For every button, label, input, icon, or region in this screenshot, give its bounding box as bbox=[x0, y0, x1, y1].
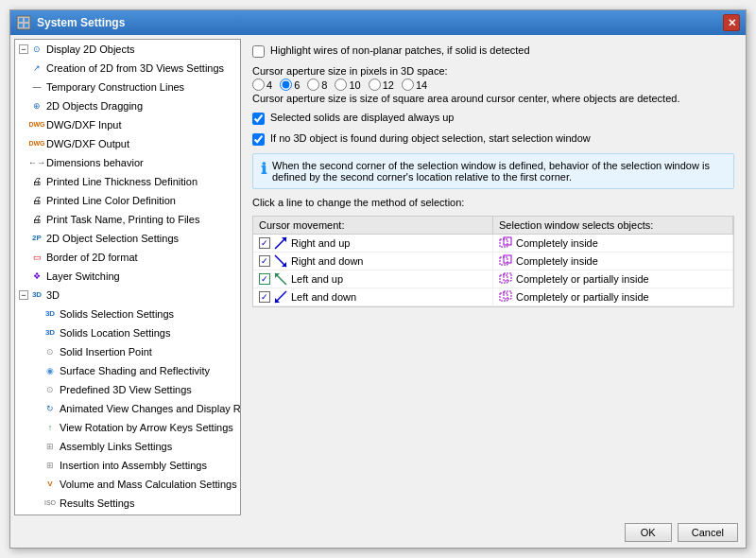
cancel-button[interactable]: Cancel bbox=[678, 523, 738, 542]
tree-label: 2D Object Selection Settings bbox=[46, 231, 179, 246]
table-row[interactable]: Right and up Completely inside bbox=[253, 235, 733, 253]
tree-item-view-rotation[interactable]: ↑ View Rotation by Arrow Keys Settings bbox=[15, 418, 240, 437]
tree-item-solids-selection[interactable]: 3D Solids Selection Settings bbox=[15, 305, 240, 323]
tree-item-insertion-assembly[interactable]: ⊞ Insertion into Assembly Settings bbox=[15, 456, 240, 475]
tree-item-border[interactable]: ▭ Border of 2D format bbox=[15, 248, 240, 267]
border-icon: ▭ bbox=[30, 251, 43, 264]
tree-item-assembly-links[interactable]: ⊞ Assembly Links Settings bbox=[15, 437, 240, 456]
table-row[interactable]: Right and down Completely inside bbox=[253, 253, 733, 270]
tree-label: Dimensions behavior bbox=[46, 155, 144, 170]
tree-item-2d-selection[interactable]: 2P 2D Object Selection Settings bbox=[15, 229, 240, 248]
radio-4[interactable] bbox=[252, 78, 265, 91]
tree-item-print-task[interactable]: 🖨 Print Task Name, Printing to Files bbox=[15, 210, 240, 229]
radio-10[interactable] bbox=[335, 78, 347, 91]
row4-movement-checkbox bbox=[259, 291, 270, 303]
settings-tree[interactable]: − ⊙ Display 2D Objects ↗ Creation of 2D … bbox=[14, 39, 241, 515]
tree-item-layer[interactable]: ❖ Layer Switching bbox=[15, 267, 240, 286]
ok-button[interactable]: OK bbox=[625, 523, 672, 542]
tree-label: Solid Insertion Point bbox=[60, 344, 152, 359]
cursor-aperture-label: Cursor aperture size in pixels in 3D spa… bbox=[252, 65, 734, 77]
svg-rect-1 bbox=[19, 18, 23, 22]
tree-label: DWG/DXF Output bbox=[46, 136, 129, 151]
tree-label: Animated View Changes and Display Rotati… bbox=[60, 401, 241, 416]
selection-cell: Completely inside bbox=[493, 253, 733, 270]
tree-item-results[interactable]: ISO Results Settings bbox=[15, 494, 240, 513]
window-icon bbox=[16, 15, 31, 30]
radio-option-12: 12 bbox=[369, 78, 394, 91]
no-3d-checkbox[interactable] bbox=[252, 133, 265, 146]
tree-label: Volume and Mass Calculation Settings bbox=[60, 477, 237, 492]
tree-label: Solids Selection Settings bbox=[60, 306, 174, 322]
table-row[interactable]: Left and up Completely or partially insi… bbox=[253, 270, 733, 288]
solids-selection-icon: 3D bbox=[43, 307, 57, 321]
tree-item-3d[interactable]: − 3D 3D bbox=[15, 286, 240, 305]
tree-label: View Rotation by Arrow Keys Settings bbox=[60, 420, 233, 435]
tree-label: Results Settings bbox=[60, 496, 134, 511]
tree-item-line-thickness[interactable]: 🖨 Printed Line Thickness Definition bbox=[15, 172, 240, 191]
view-rotation-icon: ↑ bbox=[43, 421, 57, 434]
tree-item-line-color[interactable]: 🖨 Printed Line Color Definition bbox=[15, 191, 240, 210]
radio-12[interactable] bbox=[369, 78, 381, 91]
svg-rect-3 bbox=[19, 24, 23, 27]
tree-item-step-input[interactable]: STEP STEP Input bbox=[15, 513, 240, 515]
movement-label: Right and down bbox=[291, 255, 363, 267]
tree-item-creation2d[interactable]: ↗ Creation of 2D from 3D Views Settings bbox=[15, 59, 240, 78]
tree-item-surface-shading[interactable]: ◉ Surface Shading and Reflectivity bbox=[15, 361, 240, 380]
radio-option-14: 14 bbox=[402, 78, 427, 91]
radio-option-4: 4 bbox=[252, 78, 272, 91]
row3-movement-checkbox bbox=[259, 273, 270, 285]
close-button[interactable]: ✕ bbox=[723, 14, 740, 31]
info-icon: ℹ bbox=[261, 160, 266, 178]
3d-expand-icon[interactable]: − bbox=[19, 290, 28, 300]
radio-option-10: 10 bbox=[335, 78, 360, 91]
line-thickness-icon: 🖨 bbox=[30, 175, 43, 188]
selection-label: Completely or partially inside bbox=[516, 273, 649, 285]
no-3d-row: If no 3D object is found during object s… bbox=[252, 132, 734, 146]
tree-item-temp-construction[interactable]: — Temporary Construction Lines bbox=[15, 78, 240, 96]
arrow-up-left-icon bbox=[274, 272, 287, 286]
dwg-output-icon: DWG bbox=[30, 137, 43, 150]
creation2d-icon: ↗ bbox=[30, 61, 43, 75]
tree-label: Solids Location Settings bbox=[60, 325, 170, 340]
info-text: When the second corner of the selection … bbox=[272, 160, 726, 183]
solids-location-icon: 3D bbox=[43, 326, 57, 340]
tree-label: 2D Objects Dragging bbox=[46, 98, 143, 113]
tree-item-display2d[interactable]: − ⊙ Display 2D Objects bbox=[15, 40, 240, 59]
volume-mass-icon: V bbox=[43, 478, 57, 491]
no-3d-label: If no 3D object is found during object s… bbox=[270, 132, 591, 144]
results-icon: ISO bbox=[43, 497, 57, 510]
tree-item-dwg-output[interactable]: DWG DWG/DXF Output bbox=[15, 134, 240, 153]
radio-8[interactable] bbox=[307, 78, 319, 91]
radio-6[interactable] bbox=[280, 78, 292, 91]
insertion-assembly-icon: ⊞ bbox=[43, 459, 57, 472]
tree-item-volume-mass[interactable]: V Volume and Mass Calculation Settings bbox=[15, 475, 240, 494]
tree-item-2d-dragging[interactable]: ⊕ 2D Objects Dragging bbox=[15, 96, 240, 115]
tree-item-predefined-view[interactable]: ⊙ Predefined 3D View Settings bbox=[15, 380, 240, 399]
tree-item-animated-view[interactable]: ↻ Animated View Changes and Display Rota… bbox=[15, 399, 240, 418]
tree-item-solids-location[interactable]: 3D Solids Location Settings bbox=[15, 323, 240, 342]
cursor-aperture-radio-group: 4 6 8 10 12 bbox=[252, 78, 734, 91]
arrow-up-right-icon bbox=[274, 236, 287, 250]
movement-label: Left and up bbox=[291, 273, 343, 285]
tree-item-dimensions[interactable]: ←→ Dimensions behavior bbox=[15, 153, 240, 172]
movement-label: Left and down bbox=[291, 291, 356, 303]
3d-icon: 3D bbox=[30, 288, 43, 302]
tree-label: Border of 2D format bbox=[46, 250, 138, 265]
tree-label: Predefined 3D View Settings bbox=[60, 382, 192, 397]
predefined-view-icon: ⊙ bbox=[43, 383, 57, 396]
expand-icon[interactable]: − bbox=[19, 44, 28, 54]
system-settings-window: System Settings ✕ − ⊙ Display 2D Objects… bbox=[9, 9, 747, 549]
tree-label: STEP Input bbox=[60, 514, 112, 515]
line-color-icon: 🖨 bbox=[30, 194, 43, 207]
header-cursor-movement: Cursor movement: bbox=[253, 217, 493, 234]
svg-rect-4 bbox=[25, 24, 28, 27]
movement-cell: Left and down bbox=[253, 288, 493, 305]
selected-solids-checkbox[interactable] bbox=[252, 113, 265, 125]
completely-inside-icon-2 bbox=[499, 254, 512, 268]
highlight-wires-checkbox[interactable] bbox=[252, 45, 265, 58]
tree-item-solid-insertion[interactable]: ⊙ Solid Insertion Point bbox=[15, 342, 240, 361]
table-row[interactable]: Left and down Completely or partially in… bbox=[253, 288, 733, 306]
radio-14[interactable] bbox=[402, 78, 414, 91]
arrow-down-right-icon bbox=[274, 254, 287, 268]
tree-item-dwg-input[interactable]: DWG DWG/DXF Input bbox=[15, 115, 240, 134]
